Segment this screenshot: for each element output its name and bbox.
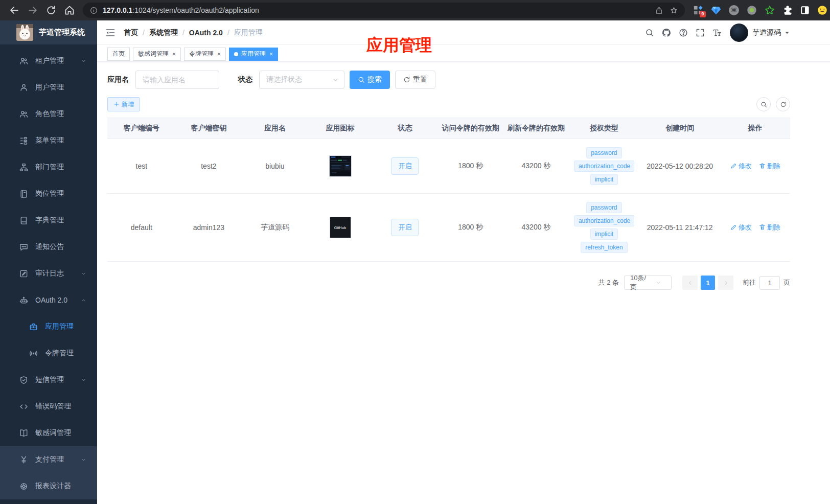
breadcrumb-item[interactable]: 系统管理 — [149, 28, 178, 37]
status-toggle[interactable]: 开启 — [391, 157, 419, 175]
main-area: 应用管理 首页/系统管理/OAuth 2.0/应用管理 芋道源码 首页敏感词管理… — [97, 20, 830, 504]
search-icon — [358, 76, 365, 83]
tab-令牌管理[interactable]: 令牌管理× — [184, 48, 226, 61]
tab-label: 首页 — [112, 50, 125, 58]
split-view-extension-icon[interactable] — [800, 6, 810, 15]
sidebar-item-label: 租户管理 — [35, 56, 64, 65]
cell-secret: admin123 — [176, 216, 242, 239]
prev-page-button[interactable] — [682, 276, 698, 290]
font-size-icon[interactable] — [712, 28, 722, 37]
report-icon — [19, 482, 28, 491]
browser-back-icon[interactable] — [9, 5, 20, 16]
user-caret-down-icon[interactable] — [784, 30, 790, 36]
extension-grid-icon[interactable]: 9 — [693, 5, 703, 15]
browser-forward-icon[interactable] — [27, 5, 38, 16]
url-text[interactable]: 127.0.0.1:1024/system/oauth2/oauth2/appl… — [103, 6, 648, 14]
delete-link[interactable]: 删除 — [759, 223, 780, 232]
sidebar-menu: 租户管理用户管理角色管理菜单管理部门管理岗位管理字典管理通知公告审计日志OAut… — [0, 44, 97, 504]
sidebar-item-sms[interactable]: 短信管理 — [0, 366, 97, 393]
sidebar-item-audit-log[interactable]: 审计日志 — [0, 260, 97, 287]
user-avatar[interactable] — [730, 24, 748, 42]
edit-link[interactable]: 修改 — [730, 162, 752, 171]
sidebar-item-label: 通知公告 — [35, 242, 64, 251]
sidebar-item-tenant[interactable]: 租户管理 — [0, 48, 97, 74]
logo-bar[interactable]: 芋道管理系统 — [0, 20, 97, 44]
sidebar-item-oauth2[interactable]: OAuth 2.0 — [0, 287, 97, 313]
cell-status: 开启 — [372, 150, 437, 182]
gem-extension-icon[interactable] — [711, 5, 721, 15]
tab-敏感词管理[interactable]: 敏感词管理× — [133, 48, 181, 61]
sidebar-item-notice[interactable]: 通知公告 — [0, 234, 97, 260]
page-size-select[interactable]: 10条/页 — [624, 276, 672, 290]
record-extension-icon[interactable] — [747, 5, 757, 15]
extensions-puzzle-icon[interactable] — [782, 5, 793, 15]
column-header: 客户端编号 — [107, 118, 176, 139]
table-row: defaultadmin123芋道源码GitHub开启1800 秒43200 秒… — [107, 194, 790, 262]
address-bar[interactable]: 127.0.0.1:1024/system/oauth2/oauth2/appl… — [83, 3, 685, 18]
green-star-extension-icon[interactable] — [765, 5, 775, 15]
sidebar-item-post[interactable]: 岗位管理 — [0, 180, 97, 207]
hide-search-button[interactable] — [756, 97, 771, 111]
table-header-row: 客户端编号客户端密钥应用名应用图标状态访问令牌的有效期刷新令牌的有效期授权类型创… — [107, 118, 790, 139]
chevron-down-icon — [81, 58, 86, 64]
sidebar-item-oauth2-token[interactable]: 令牌管理 — [0, 340, 97, 366]
tab-应用管理[interactable]: 应用管理× — [229, 48, 278, 61]
reset-button[interactable]: 重置 — [395, 71, 435, 89]
refresh-icon — [780, 101, 787, 108]
fullscreen-icon[interactable] — [696, 28, 705, 37]
help-icon[interactable] — [679, 28, 688, 37]
table-body: testtest2biubiu开启1800 秒43200 秒passwordau… — [107, 139, 790, 262]
sidebar: 芋道管理系统 租户管理用户管理角色管理菜单管理部门管理岗位管理字典管理通知公告审… — [0, 20, 97, 504]
edit-link[interactable]: 修改 — [730, 223, 752, 232]
sidebar-item-report[interactable]: 报表设计器 — [0, 473, 97, 499]
sidebar-item-pay[interactable]: 支付管理 — [0, 446, 97, 473]
table-toolbar: 新增 — [107, 97, 790, 111]
sidebar-item-dept[interactable]: 部门管理 — [0, 154, 97, 180]
sidebar-collapse-icon[interactable] — [105, 28, 116, 38]
breadcrumb-item[interactable]: 首页 — [124, 28, 138, 37]
grant-type-tag: implicit — [590, 174, 618, 185]
browser-home-icon[interactable] — [64, 5, 75, 16]
sidebar-item-dict[interactable]: 字典管理 — [0, 207, 97, 234]
app-name-input[interactable] — [135, 71, 219, 89]
app-icon-image: GitHub — [330, 217, 351, 238]
delete-link[interactable]: 删除 — [759, 162, 780, 171]
header-search-icon[interactable] — [645, 28, 654, 37]
sidebar-item-label: 用户管理 — [35, 83, 64, 92]
add-button[interactable]: 新增 — [107, 97, 140, 111]
user-name[interactable]: 芋道源码 — [752, 28, 781, 37]
column-header: 应用图标 — [308, 118, 373, 139]
sidebar-item-oauth2-app[interactable]: 应用管理 — [0, 313, 97, 340]
sidebar-item-menu[interactable]: 菜单管理 — [0, 127, 97, 154]
cell-actions: 修改删除 — [721, 154, 790, 178]
search-button[interactable]: 搜索 — [350, 71, 390, 89]
browser-reload-icon[interactable] — [45, 5, 57, 16]
github-icon[interactable] — [662, 28, 671, 37]
tab-首页[interactable]: 首页 — [107, 48, 130, 61]
sidebar-item-sensitive-word[interactable]: 敏感词管理 — [0, 420, 97, 446]
post-icon — [19, 190, 28, 198]
share-icon[interactable] — [655, 7, 663, 14]
status-toggle[interactable]: 开启 — [391, 219, 419, 236]
reset-button-label: 重置 — [413, 75, 427, 84]
page-number-1[interactable]: 1 — [701, 276, 715, 290]
sidebar-item-label: 敏感词管理 — [35, 428, 71, 438]
bookmark-star-icon[interactable] — [670, 7, 678, 14]
sidebar-item-label: OAuth 2.0 — [35, 296, 67, 304]
command-extension-icon[interactable]: ⌘ — [729, 5, 739, 15]
sidebar-item-user[interactable]: 用户管理 — [0, 74, 97, 101]
sidebar-item-role[interactable]: 角色管理 — [0, 101, 97, 127]
table-tools — [756, 97, 790, 111]
add-button-label: 新增 — [122, 100, 134, 109]
tab-close-icon[interactable]: × — [172, 51, 176, 57]
breadcrumb-item[interactable]: OAuth 2.0 — [189, 29, 223, 37]
refresh-table-button[interactable] — [776, 97, 790, 111]
next-page-button[interactable] — [718, 276, 733, 290]
sidebar-item-error-code[interactable]: 错误码管理 — [0, 393, 97, 420]
site-info-icon[interactable] — [90, 7, 98, 14]
tab-close-icon[interactable]: × — [269, 51, 273, 57]
status-select[interactable]: 请选择状态 — [259, 71, 344, 89]
goto-page-input[interactable] — [759, 276, 780, 290]
tab-close-icon[interactable]: × — [217, 51, 221, 57]
profile-avatar-icon[interactable] — [817, 5, 827, 15]
